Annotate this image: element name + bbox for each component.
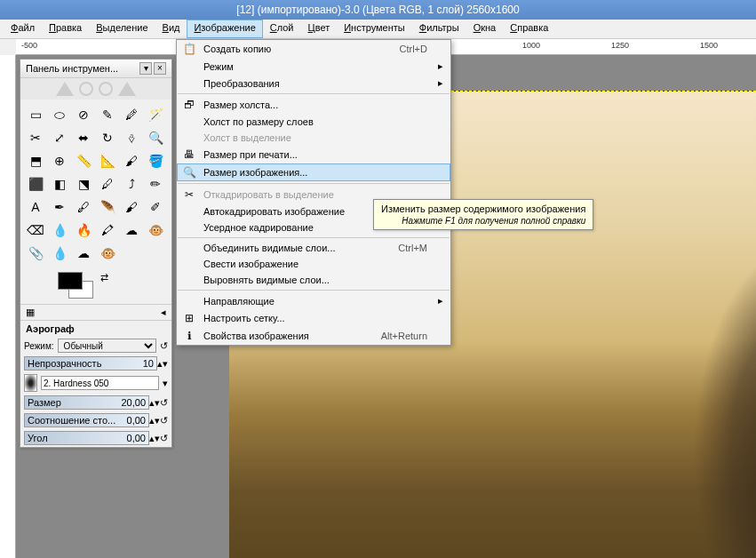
tool-26[interactable]: 🖋: [74, 197, 93, 217]
menu-item-14[interactable]: Объединить видимые слои...Ctrl+M: [177, 240, 450, 256]
tool-14[interactable]: 📏: [74, 151, 93, 171]
menu-item-icon: ✂: [180, 188, 198, 201]
tool-options-tabs[interactable]: ▦ ◂: [20, 304, 171, 320]
tab-icon[interactable]: ▦: [26, 307, 35, 318]
menubar: ФайлПравкаВыделениеВидИзображениеСлойЦве…: [0, 20, 756, 39]
tool-6[interactable]: ✂: [26, 128, 45, 147]
tool-30[interactable]: ⌫: [26, 220, 45, 240]
ratio-reset-icon[interactable]: ↺: [160, 415, 168, 426]
menu-выделение[interactable]: Выделение: [89, 20, 155, 38]
tool-24[interactable]: A: [26, 197, 45, 217]
tool-13[interactable]: ⊕: [50, 151, 69, 171]
ratio-slider[interactable]: Соотношение сто... 0,00: [24, 413, 149, 427]
menu-item-label: Размер холста...: [203, 100, 422, 110]
tool-10[interactable]: ⎀: [122, 128, 141, 147]
menu-item-16[interactable]: Выровнять видимые слои...: [177, 272, 450, 288]
menu-item-18[interactable]: Направляющие▸: [177, 292, 450, 309]
tool-11[interactable]: 🔍: [146, 128, 165, 147]
tool-32[interactable]: 🔥: [74, 220, 93, 240]
fg-color-swatch[interactable]: [58, 272, 83, 290]
tool-options-title: Аэрограф: [20, 320, 171, 337]
tool-19[interactable]: ◧: [50, 174, 69, 194]
tool-22[interactable]: ⤴: [122, 174, 141, 194]
menu-item-20[interactable]: ℹСвойства изображенияAlt+Return: [177, 327, 450, 345]
ratio-stepper[interactable]: ▴▾: [149, 415, 160, 426]
tool-33[interactable]: 🖍: [98, 220, 117, 240]
angle-stepper[interactable]: ▴▾: [149, 433, 160, 444]
tool-29[interactable]: ✐: [146, 197, 165, 217]
mode-reset-icon[interactable]: ↺: [160, 340, 168, 352]
tab-menu-icon[interactable]: ◂: [161, 307, 166, 318]
menu-окна[interactable]: Окна: [466, 20, 504, 38]
toolbox-titlebar[interactable]: Панель инструмен... ▾ ×: [20, 60, 171, 78]
toolbox-close-button[interactable]: ×: [154, 62, 166, 75]
tool-21[interactable]: 🖊: [98, 174, 117, 194]
tool-9[interactable]: ↻: [98, 128, 117, 147]
menu-item-19[interactable]: ⊞Настроить сетку...: [177, 309, 450, 327]
tool-27[interactable]: 🪶: [98, 197, 117, 217]
swap-colors-icon[interactable]: ⇄: [100, 272, 108, 283]
tool-25[interactable]: ✒: [50, 197, 69, 217]
tool-28[interactable]: 🖌: [122, 197, 141, 217]
tool-2[interactable]: ⊘: [74, 105, 93, 124]
tool-37[interactable]: 💧: [50, 243, 69, 263]
menu-item-7[interactable]: 🖶Размер при печати...: [177, 146, 450, 163]
tool-23[interactable]: ✏: [146, 174, 165, 194]
menu-слой[interactable]: Слой: [263, 20, 301, 38]
brush-picker-icon[interactable]: ▾: [163, 378, 168, 389]
tool-1[interactable]: ⬭: [50, 105, 69, 124]
color-swatches[interactable]: ⇄: [20, 268, 171, 304]
opacity-stepper[interactable]: ▴▾: [157, 358, 168, 370]
brush-thumbnail[interactable]: [24, 374, 37, 392]
tool-12[interactable]: ⬒: [26, 151, 45, 171]
tool-7[interactable]: ⤢: [50, 128, 69, 147]
menu-item-label: Холст по размеру слоев: [203, 116, 422, 127]
menu-инструменты[interactable]: Инструменты: [337, 20, 412, 38]
tool-4[interactable]: 🖉: [122, 105, 141, 124]
tool-18[interactable]: ⬛: [26, 174, 45, 194]
opacity-slider[interactable]: Непрозрачность 10: [24, 356, 157, 371]
menu-item-0[interactable]: 📋Создать копиюCtrl+D: [177, 40, 450, 58]
menu-фильтры[interactable]: Фильтры: [412, 20, 466, 38]
tools-grid: ▭⬭⊘✎🖉🪄✂⤢⬌↻⎀🔍⬒⊕📏📐🖌🪣⬛◧⬔🖊⤴✏A✒🖋🪶🖌✐⌫💧🔥🖍☁🐵📎💧☁🐵: [20, 100, 171, 268]
menu-справка[interactable]: Справка: [503, 20, 555, 38]
tool-36[interactable]: 📎: [26, 243, 45, 263]
tool-15[interactable]: 📐: [98, 151, 117, 171]
tool-34[interactable]: ☁: [122, 220, 141, 240]
angle-reset-icon[interactable]: ↺: [160, 433, 168, 444]
size-reset-icon[interactable]: ↺: [160, 397, 168, 409]
menu-item-4[interactable]: 🗗Размер холста...: [177, 96, 450, 114]
mode-select[interactable]: Обычный: [58, 339, 156, 353]
menu-item-label: Холст в выделение: [203, 132, 422, 143]
size-slider[interactable]: Размер 20,00: [24, 395, 149, 410]
menu-item-8[interactable]: 🔍Размер изображения...: [177, 163, 450, 181]
tool-20[interactable]: ⬔: [74, 174, 93, 194]
tool-8[interactable]: ⬌: [74, 128, 93, 147]
ratio-value: 0,00: [127, 415, 146, 426]
menu-item-2[interactable]: Преобразования▸: [177, 75, 450, 92]
tool-17[interactable]: 🪣: [146, 151, 165, 171]
menu-изображение[interactable]: Изображение: [187, 20, 262, 38]
tool-38[interactable]: ☁: [74, 243, 93, 263]
tool-16[interactable]: 🖌: [122, 151, 141, 171]
toolbox-min-button[interactable]: ▾: [139, 62, 152, 75]
brush-name-input[interactable]: [41, 376, 159, 390]
menu-item-15[interactable]: Свести изображение: [177, 256, 450, 272]
tool-35[interactable]: 🐵: [146, 220, 165, 240]
menu-файл[interactable]: Файл: [4, 20, 42, 38]
tool-31[interactable]: 💧: [50, 220, 69, 240]
tool-5[interactable]: 🪄: [146, 105, 165, 124]
menu-цвет[interactable]: Цвет: [301, 20, 338, 38]
menu-item-5[interactable]: Холст по размеру слоев: [177, 114, 450, 130]
tool-3[interactable]: ✎: [98, 105, 117, 124]
menu-item-1[interactable]: Режим▸: [177, 58, 450, 75]
menu-вид[interactable]: Вид: [155, 20, 187, 38]
menu-separator: [178, 183, 450, 184]
submenu-arrow-icon: ▸: [438, 295, 447, 307]
tool-39[interactable]: 🐵: [98, 243, 117, 263]
tool-0[interactable]: ▭: [26, 105, 45, 124]
angle-slider[interactable]: Угол 0,00: [24, 431, 149, 445]
size-stepper[interactable]: ▴▾: [149, 397, 160, 409]
ruler-tick: 1500: [700, 41, 718, 50]
menu-правка[interactable]: Правка: [42, 20, 89, 38]
